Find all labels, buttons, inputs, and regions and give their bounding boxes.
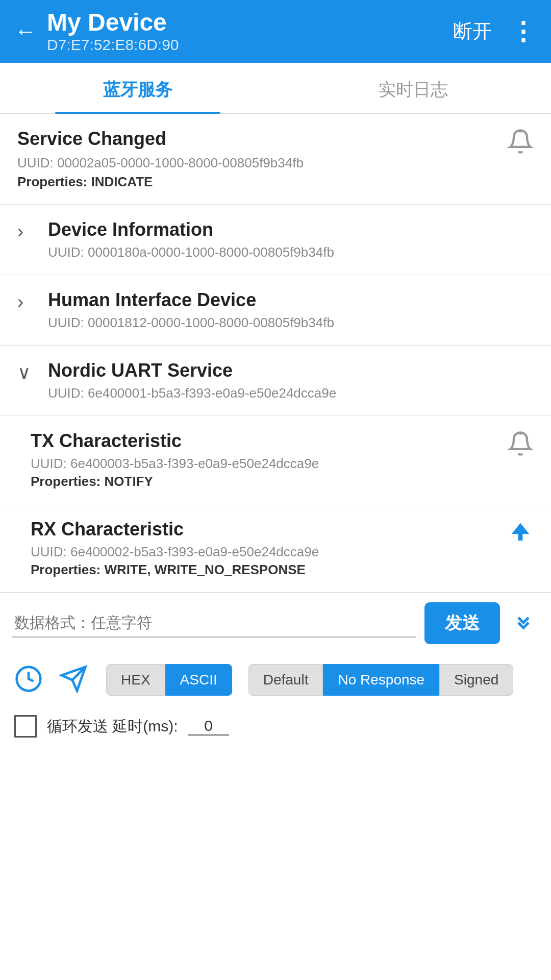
header-right: 断开 ⋮ — [453, 18, 537, 44]
notify-bell-icon[interactable] — [507, 128, 534, 155]
expand-input-button[interactable] — [508, 609, 539, 638]
default-button[interactable]: Default — [248, 664, 323, 696]
nordic-uart-header[interactable]: ∨ Nordic UART Service UUID: 6e400001-b5a… — [0, 346, 551, 416]
service-list: Service Changed UUID: 00002a05-0000-1000… — [0, 114, 551, 593]
clock-icon — [14, 665, 43, 693]
hex-button[interactable]: HEX — [106, 664, 165, 696]
service-changed-content: Service Changed UUID: 00002a05-0000-1000… — [17, 128, 304, 190]
nordic-uart-title: Nordic UART Service — [48, 360, 336, 381]
tx-char-title: TX Characteristic — [31, 430, 319, 452]
format-group: HEX ASCII — [106, 664, 232, 696]
svg-marker-2 — [512, 523, 530, 541]
no-response-button[interactable]: No Response — [323, 664, 439, 696]
rx-characteristic-item: RX Characteristic UUID: 6e400002-b5a3-f3… — [0, 504, 551, 593]
data-input-field[interactable] — [12, 609, 416, 638]
nordic-uart-uuid: UUID: 6e400001-b5a3-f393-e0a9-e50e24dcca… — [48, 385, 336, 401]
input-bar: 发送 — [0, 593, 551, 653]
nordic-uart-content: Nordic UART Service UUID: 6e400001-b5a3-… — [48, 360, 336, 401]
service-changed-title: Service Changed — [17, 128, 304, 150]
app-header: ← My Device D7:E7:52:E8:6D:90 断开 ⋮ — [0, 0, 551, 63]
response-group: Default No Response Signed — [248, 664, 514, 696]
props-label: Properties: — [17, 174, 87, 189]
cycle-send-checkbox[interactable] — [14, 715, 37, 738]
device-name: My Device — [47, 9, 179, 36]
header-title-block: My Device D7:E7:52:E8:6D:90 — [47, 9, 179, 54]
human-interface-uuid: UUID: 00001812-0000-1000-8000-00805f9b34… — [48, 315, 334, 331]
clock-button[interactable] — [12, 663, 45, 697]
cycle-delay-input[interactable] — [188, 717, 229, 736]
send-icon — [59, 665, 88, 693]
more-options-button[interactable]: ⋮ — [510, 18, 537, 44]
rx-char-uuid: UUID: 6e400002-b5a3-f393-e0a9-e50e24dcca… — [31, 544, 319, 560]
human-interface-title: Human Interface Device — [48, 289, 334, 311]
collapse-chevron-down-icon: ∨ — [17, 362, 36, 383]
expand-chevron-right-icon2: › — [17, 291, 36, 313]
expand-chevron-right-icon: › — [17, 221, 36, 242]
cycle-row: 循环发送 延时(ms): — [0, 706, 551, 747]
nordic-uart-section: ∨ Nordic UART Service UUID: 6e400001-b5a… — [0, 346, 551, 593]
rx-char-props: Properties: WRITE, WRITE_NO_RESPONSE — [31, 562, 319, 578]
tx-char-uuid: UUID: 6e400003-b5a3-f393-e0a9-e50e24dcca… — [31, 456, 319, 472]
signed-button[interactable]: Signed — [439, 664, 513, 696]
cycle-send-label: 循环发送 延时(ms): — [47, 716, 178, 737]
props-value: INDICATE — [91, 174, 153, 189]
rx-props-label: Properties: — [31, 562, 101, 577]
device-address: D7:E7:52:E8:6D:90 — [47, 36, 179, 54]
send-icon-button[interactable] — [57, 663, 90, 697]
human-interface-device-item[interactable]: › Human Interface Device UUID: 00001812-… — [0, 275, 551, 346]
bottom-toolbar: HEX ASCII Default No Response Signed — [0, 653, 551, 706]
header-left: ← My Device D7:E7:52:E8:6D:90 — [14, 9, 179, 54]
tx-char-content: TX Characteristic UUID: 6e400003-b5a3-f3… — [31, 430, 319, 489]
service-changed-props: Properties: INDICATE — [17, 174, 304, 190]
tx-characteristic-item: TX Characteristic UUID: 6e400003-b5a3-f3… — [0, 416, 551, 504]
tx-props-label: Properties: — [31, 474, 101, 489]
tx-props-value: NOTIFY — [105, 474, 153, 489]
back-button[interactable]: ← — [14, 20, 37, 42]
rx-props-value: WRITE, WRITE_NO_RESPONSE — [105, 562, 306, 577]
tx-notify-bell-icon[interactable] — [507, 430, 534, 457]
human-interface-content: Human Interface Device UUID: 00001812-00… — [48, 289, 334, 331]
tab-bluetooth-services[interactable]: 蓝牙服务 — [0, 63, 276, 113]
device-information-uuid: UUID: 0000180a-0000-1000-8000-00805f9b34… — [48, 244, 334, 260]
rx-char-title: RX Characteristic — [31, 519, 319, 540]
tab-bar: 蓝牙服务 实时日志 — [0, 63, 551, 114]
device-information-item[interactable]: › Device Information UUID: 0000180a-0000… — [0, 205, 551, 275]
tx-char-props: Properties: NOTIFY — [31, 474, 319, 489]
send-button[interactable]: 发送 — [424, 602, 500, 644]
device-information-content: Device Information UUID: 0000180a-0000-1… — [48, 219, 334, 260]
disconnect-button[interactable]: 断开 — [453, 18, 492, 44]
rx-upload-icon[interactable] — [507, 519, 534, 545]
device-information-title: Device Information — [48, 219, 334, 240]
tab-realtime-log[interactable]: 实时日志 — [276, 63, 551, 113]
ascii-button[interactable]: ASCII — [165, 664, 232, 696]
service-changed-item: Service Changed UUID: 00002a05-0000-1000… — [0, 114, 551, 205]
service-changed-uuid: UUID: 00002a05-0000-1000-8000-00805f9b34… — [17, 154, 304, 172]
rx-char-content: RX Characteristic UUID: 6e400002-b5a3-f3… — [31, 519, 319, 578]
